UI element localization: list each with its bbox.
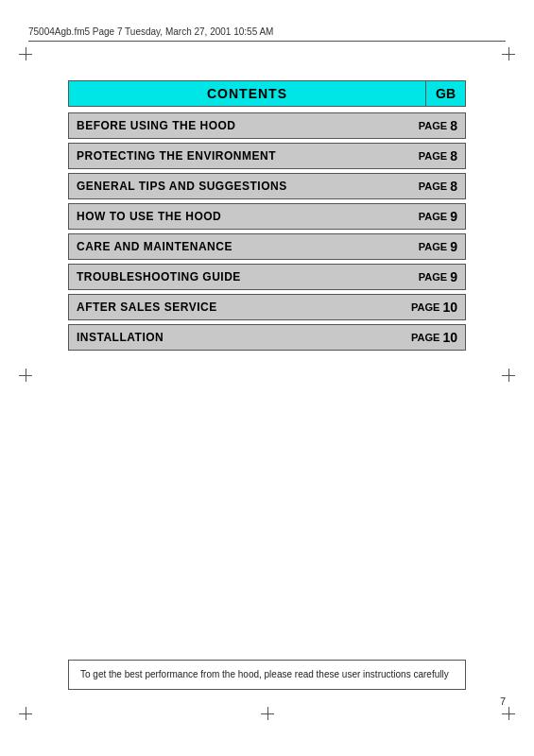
page-word: PAGE bbox=[419, 241, 447, 252]
header-bar: 75004Agb.fm5 Page 7 Tuesday, March 27, 2… bbox=[28, 26, 506, 42]
toc-row-page: PAGE9 bbox=[411, 204, 465, 229]
cross-mark-bottom-right bbox=[502, 707, 515, 720]
contents-header: CONTENTS GB bbox=[68, 80, 466, 107]
toc-row: BEFORE USING THE HOODPAGE8 bbox=[68, 112, 466, 139]
toc-row-page: PAGE9 bbox=[411, 265, 465, 289]
page-num: 9 bbox=[450, 239, 457, 254]
page-num: 9 bbox=[450, 269, 457, 284]
page-word: PAGE bbox=[419, 120, 447, 131]
page-container: 75004Agb.fm5 Page 7 Tuesday, March 27, 2… bbox=[0, 0, 534, 756]
toc-row: PROTECTING THE ENVIRONMENTPAGE8 bbox=[68, 143, 466, 169]
toc-row-label: BEFORE USING THE HOOD bbox=[69, 114, 411, 137]
toc-row-label: AFTER SALES SERVICE bbox=[69, 296, 404, 318]
toc-row-page: PAGE8 bbox=[411, 113, 465, 138]
toc-row: AFTER SALES SERVICEPAGE10 bbox=[68, 294, 466, 320]
cross-mark-mid-left bbox=[19, 369, 32, 382]
toc-row-page: PAGE9 bbox=[411, 234, 465, 259]
page-word: PAGE bbox=[419, 180, 447, 192]
cross-mark-mid-right bbox=[502, 369, 515, 382]
page-word: PAGE bbox=[411, 301, 439, 313]
content-area: CONTENTS GB BEFORE USING THE HOODPAGE8PR… bbox=[68, 80, 466, 354]
cross-mark-bottom-mid bbox=[261, 707, 274, 720]
page-word: PAGE bbox=[419, 150, 447, 162]
toc-row-label: GENERAL TIPS AND SUGGESTIONS bbox=[69, 175, 411, 198]
toc-row: INSTALLATIONPAGE10 bbox=[68, 324, 466, 351]
toc-row-label: TROUBLESHOOTING GUIDE bbox=[69, 266, 411, 288]
page-num: 8 bbox=[450, 148, 457, 163]
toc-row-label: HOW TO USE THE HOOD bbox=[69, 205, 411, 228]
toc-row: HOW TO USE THE HOODPAGE9 bbox=[68, 203, 466, 230]
toc-row-page: PAGE8 bbox=[411, 144, 465, 168]
page-word: PAGE bbox=[419, 211, 447, 222]
toc-row: CARE AND MAINTENANCEPAGE9 bbox=[68, 233, 466, 260]
toc-row-label: CARE AND MAINTENANCE bbox=[69, 235, 411, 258]
page-num: 10 bbox=[442, 330, 457, 345]
page-num: 8 bbox=[450, 118, 457, 133]
page-word: PAGE bbox=[419, 271, 447, 283]
page-num: 10 bbox=[442, 300, 457, 315]
contents-title: CONTENTS bbox=[68, 80, 425, 107]
bottom-notice-text: To get the best performance from the hoo… bbox=[80, 669, 449, 679]
toc-row: TROUBLESHOOTING GUIDEPAGE9 bbox=[68, 264, 466, 290]
toc-rows: BEFORE USING THE HOODPAGE8PROTECTING THE… bbox=[68, 112, 466, 351]
toc-row-page: PAGE8 bbox=[411, 174, 465, 198]
toc-row-page: PAGE10 bbox=[404, 325, 465, 350]
contents-gb: GB bbox=[425, 80, 466, 107]
toc-row: GENERAL TIPS AND SUGGESTIONSPAGE8 bbox=[68, 173, 466, 199]
cross-mark-top-left bbox=[19, 47, 32, 60]
toc-row-page: PAGE10 bbox=[404, 295, 465, 319]
page-number: 7 bbox=[500, 696, 506, 707]
bottom-notice: To get the best performance from the hoo… bbox=[68, 660, 466, 690]
toc-row-label: PROTECTING THE ENVIRONMENT bbox=[69, 145, 411, 167]
cross-mark-top-right bbox=[502, 47, 515, 60]
page-num: 8 bbox=[450, 179, 457, 194]
toc-row-label: INSTALLATION bbox=[69, 326, 404, 349]
page-num: 9 bbox=[450, 209, 457, 224]
cross-mark-bottom-left bbox=[19, 707, 32, 720]
page-word: PAGE bbox=[411, 332, 439, 343]
file-info: 75004Agb.fm5 Page 7 Tuesday, March 27, 2… bbox=[28, 26, 273, 37]
